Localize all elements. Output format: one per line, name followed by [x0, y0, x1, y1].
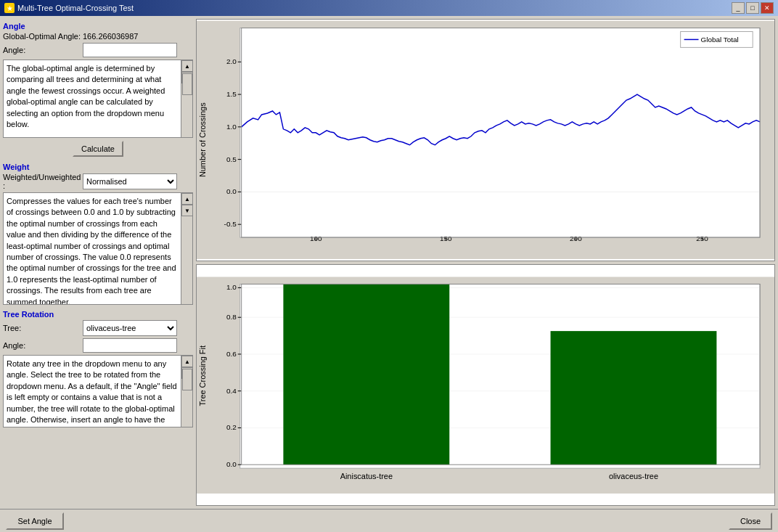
tree-rotation-label: Tree Rotation	[3, 310, 193, 319]
window-close-button[interactable]: ✕	[761, 2, 774, 14]
rotation-scrollbar[interactable]: ▲ ▼	[181, 356, 192, 427]
weight-dropdown-row: Weighted/Unweighted : Unweighted Normali…	[3, 173, 193, 190]
tree-rotation-section: Tree Rotation Tree: olivaceus-tree Ainis…	[3, 307, 193, 430]
main-container: Angle Global-Optimal Angle: 166.26603698…	[0, 16, 778, 509]
angle-input[interactable]	[83, 43, 177, 57]
bottom-bar: Set Angle Close	[0, 509, 778, 532]
maximize-button[interactable]: □	[746, 2, 759, 14]
tree-dropdown[interactable]: olivaceus-tree Ainiscatus-tree	[83, 320, 177, 336]
close-button[interactable]: Close	[729, 512, 772, 530]
angle-section: Angle Global-Optimal Angle: 166.26603698…	[3, 19, 193, 160]
svg-text:1.5: 1.5	[226, 90, 237, 98]
bar-label-ainiscatus: Ainiscatus-tree	[340, 472, 393, 480]
title-bar: ★ Multi-Tree Optimal-Crossing Test _ □ ✕	[0, 0, 778, 16]
weighted-label: Weighted/Unweighted :	[3, 173, 83, 190]
bar-chart-y-label: Tree Crossing Fit	[198, 345, 207, 406]
weight-scrollbar[interactable]: ▲ ▼	[181, 193, 192, 304]
bar-ainiscatus	[283, 284, 449, 465]
angle-description-text: The global-optimal angle is determined b…	[4, 60, 181, 137]
weight-description-box: Compresses the values for each tree's nu…	[3, 192, 193, 305]
svg-text:Global Total: Global Total	[701, 36, 739, 44]
angle-row: Angle:	[3, 43, 193, 57]
window-title: Multi-Tree Optimal-Crossing Test	[17, 4, 134, 12]
global-optimal-row: Global-Optimal Angle: 166.266036987	[3, 32, 193, 41]
right-panel: Number of Crossings -0.5 0.0 0.5 1.0 1.5…	[196, 19, 775, 506]
svg-text:0.5: 0.5	[226, 155, 237, 163]
svg-text:0.6: 0.6	[226, 349, 237, 357]
svg-text:1.0: 1.0	[226, 283, 237, 291]
line-chart-y-label: Number of Crossings	[198, 102, 207, 177]
svg-text:0.8: 0.8	[226, 313, 237, 321]
tree-dropdown-row: Tree: olivaceus-tree Ainiscatus-tree	[3, 320, 193, 336]
set-angle-button[interactable]: Set Angle	[6, 512, 64, 530]
line-chart-svg: Number of Crossings -0.5 0.0 0.5 1.0 1.5…	[197, 20, 774, 261]
angle-section-label: Angle	[3, 22, 193, 30]
svg-text:-0.5: -0.5	[224, 220, 237, 228]
rotation-description-text: Rotate any tree in the dropdown menu to …	[4, 356, 181, 427]
bar-label-olivaceus: olivaceus-tree	[609, 472, 658, 480]
bar-chart-container: Tree Crossing Fit 0.0 0.2 0.4 0.6 0.8 1.…	[196, 264, 775, 507]
weight-description-text: Compresses the values for each tree's nu…	[4, 193, 181, 304]
window-controls: _ □ ✕	[732, 2, 774, 14]
rotation-angle-label: Angle:	[3, 341, 83, 350]
svg-text:1.0: 1.0	[226, 123, 237, 131]
svg-text:0.4: 0.4	[226, 386, 237, 394]
rotation-scroll-up[interactable]: ▲	[181, 356, 193, 367]
svg-text:0.0: 0.0	[226, 460, 237, 468]
left-panel: Angle Global-Optimal Angle: 166.26603698…	[3, 19, 193, 506]
svg-rect-1	[240, 28, 760, 238]
line-chart-container: Number of Crossings -0.5 0.0 0.5 1.0 1.5…	[196, 19, 775, 261]
angle-scrollbar[interactable]: ▲ ▼	[181, 60, 192, 137]
bar-olivaceus	[551, 331, 717, 465]
minimize-button[interactable]: _	[732, 2, 745, 14]
weight-section-label: Weight	[3, 163, 193, 171]
global-optimal-value: 166.266036987	[83, 32, 138, 41]
svg-text:2.0: 2.0	[226, 57, 237, 65]
tree-label: Tree:	[3, 324, 83, 332]
angle-description-box: The global-optimal angle is determined b…	[3, 60, 193, 138]
rotation-angle-row: Angle:	[3, 338, 193, 353]
weight-dropdown[interactable]: Unweighted Normalised Weighted	[83, 173, 177, 189]
global-optimal-label: Global-Optimal Angle:	[3, 32, 83, 41]
svg-text:0.0: 0.0	[226, 187, 237, 195]
rotation-angle-input[interactable]	[83, 338, 177, 353]
weight-scroll-up[interactable]: ▲	[181, 193, 193, 205]
weight-section: Weight Weighted/Unweighted : Unweighted …	[3, 160, 193, 307]
weight-scroll-down[interactable]: ▼	[181, 205, 193, 216]
app-icon: ★	[4, 3, 15, 13]
calculate-button[interactable]: Calculate	[73, 141, 123, 157]
rotation-description-box: Rotate any tree in the dropdown menu to …	[3, 355, 193, 427]
bar-chart-svg: Tree Crossing Fit 0.0 0.2 0.4 0.6 0.8 1.…	[197, 265, 774, 506]
scroll-thumb[interactable]	[182, 73, 192, 95]
svg-text:0.2: 0.2	[226, 423, 237, 431]
angle-label: Angle:	[3, 46, 83, 54]
rotation-scroll-thumb[interactable]	[182, 369, 192, 390]
scroll-up[interactable]: ▲	[181, 60, 193, 72]
